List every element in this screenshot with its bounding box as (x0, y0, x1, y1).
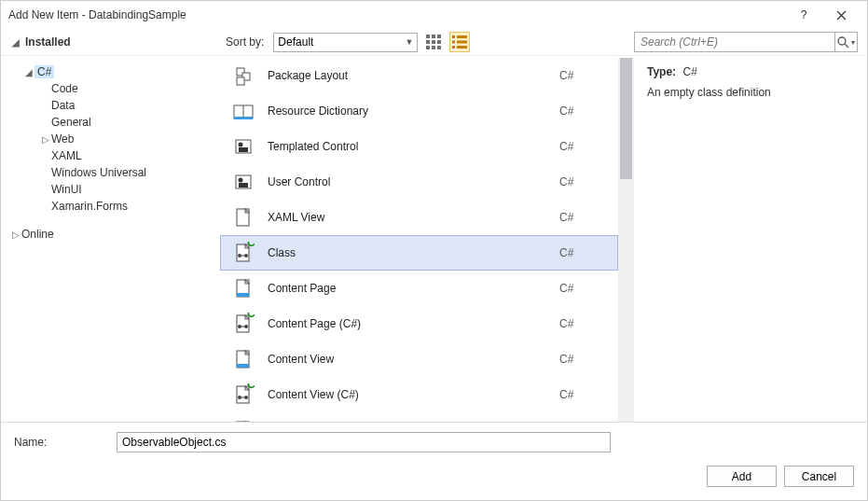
window-title: Add New Item - DatabindingSample (8, 8, 785, 21)
cancel-button[interactable]: Cancel (784, 466, 854, 487)
template-item[interactable]: Content Page (C#)C# (220, 306, 618, 341)
template-lang: C# (559, 140, 606, 153)
button-row: Add Cancel (1, 462, 867, 500)
template-item[interactable]: XAML ViewC# (220, 200, 618, 235)
scrollbar[interactable] (618, 58, 634, 422)
tree-node-winui[interactable]: WinUI (10, 181, 211, 198)
template-label: Content Page (C#) (268, 317, 546, 330)
details-panel: Type: C# An empty class definition (634, 55, 867, 422)
template-item[interactable]: Content ViewC# (220, 341, 618, 377)
template-label: Content View (C#) (268, 388, 546, 401)
template-icon (232, 64, 255, 87)
expand-icon: ▷ (10, 230, 21, 240)
svg-line-31 (845, 44, 848, 48)
template-icon (232, 348, 255, 370)
template-icon (232, 171, 255, 193)
template-label: Package Layout (268, 69, 546, 82)
tree-node-windows-universal[interactable]: Windows Universal (10, 164, 211, 181)
tree-node-web[interactable]: ▷Web (10, 131, 211, 147)
template-item[interactable]: User ControlC# (220, 164, 618, 200)
chevron-down-icon: ▼ (405, 37, 413, 47)
template-lang: C# (559, 69, 606, 82)
main: ◢C# CodeDataGeneral▷WebXAMLWindows Unive… (1, 55, 867, 422)
template-icon (232, 383, 255, 406)
titlebar: Add New Item - DatabindingSample ? (1, 1, 867, 29)
type-value: C# (682, 65, 696, 78)
grid-icon (424, 33, 443, 51)
template-icon (232, 277, 255, 299)
template-item[interactable]: Flyout PageC# (220, 412, 618, 422)
sort-label: Sort by: (226, 35, 264, 49)
template-item[interactable]: Templated ControlC# (220, 129, 618, 164)
toolbar: ◢ Installed Sort by: Default ▼ ▼ (1, 29, 867, 55)
expand-icon: ◢ (10, 37, 21, 48)
tree-node-general[interactable]: General (10, 114, 211, 131)
template-icon (232, 242, 255, 264)
close-icon (836, 10, 847, 21)
template-lang: C# (559, 282, 606, 295)
search-box: ▼ (634, 32, 858, 52)
type-description: An empty class definition (647, 86, 854, 99)
template-item[interactable]: Package LayoutC# (220, 58, 618, 93)
template-lang: C# (559, 246, 606, 259)
tree-node-data[interactable]: Data (10, 97, 211, 114)
template-item[interactable]: Content PageC# (220, 271, 618, 306)
svg-point-30 (838, 37, 846, 45)
template-item[interactable]: ClassC# (220, 235, 618, 271)
tree-panel: ◢C# CodeDataGeneral▷WebXAMLWindows Unive… (1, 55, 220, 422)
template-label: XAML View (268, 211, 546, 224)
footer: Name: (1, 422, 867, 462)
template-label: User Control (268, 175, 546, 188)
sort-combo[interactable]: Default ▼ (273, 33, 418, 52)
item-list: Package LayoutC#Resource DictionaryC#Tem… (220, 58, 618, 422)
template-lang: C# (559, 211, 606, 224)
name-label: Name: (14, 436, 107, 449)
template-label: Content Page (268, 282, 546, 295)
tree-header-installed[interactable]: ◢ Installed (10, 35, 71, 49)
template-lang: C# (559, 388, 606, 401)
template-icon (232, 206, 255, 229)
list-panel: Package LayoutC#Resource DictionaryC#Tem… (220, 55, 634, 422)
template-item[interactable]: Resource DictionaryC# (220, 93, 618, 129)
tree-node-online[interactable]: ▷Online (10, 226, 211, 243)
template-label: Resource Dictionary (268, 104, 546, 118)
type-label: Type: (647, 65, 676, 78)
template-icon (232, 100, 255, 122)
search-input[interactable] (635, 35, 834, 49)
template-label: Content View (268, 353, 546, 366)
template-label: Templated Control (268, 140, 546, 153)
template-lang: C# (559, 317, 606, 330)
search-icon (836, 35, 849, 49)
view-grid-button[interactable] (423, 32, 444, 52)
add-button[interactable]: Add (707, 466, 777, 487)
template-lang: C# (559, 353, 606, 366)
name-input[interactable] (117, 432, 611, 452)
tree-node-xamarin-forms[interactable]: Xamarin.Forms (10, 198, 211, 215)
tree-node-csharp[interactable]: ◢C# (10, 63, 211, 80)
tree-node-xaml[interactable]: XAML (10, 147, 211, 164)
template-item[interactable]: Content View (C#)C# (220, 377, 618, 412)
template-lang: C# (559, 175, 606, 188)
expand-icon: ▷ (40, 134, 51, 145)
tree-node-code[interactable]: Code (10, 80, 211, 97)
template-icon (232, 313, 255, 335)
view-list-button[interactable] (449, 32, 470, 52)
template-icon (232, 135, 255, 158)
template-label: Class (268, 246, 546, 259)
template-lang: C# (559, 104, 606, 118)
help-button[interactable]: ? (785, 1, 822, 29)
list-icon (450, 33, 469, 51)
scrollbar-thumb[interactable] (620, 58, 632, 179)
expand-icon: ◢ (23, 67, 34, 77)
search-dropdown-button[interactable]: ▼ (834, 33, 857, 51)
close-button[interactable] (822, 1, 860, 29)
